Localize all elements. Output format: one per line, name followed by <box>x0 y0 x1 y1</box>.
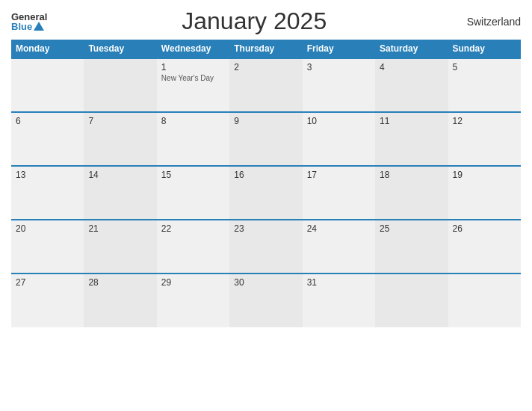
calendar-cell: 16 <box>229 166 302 220</box>
calendar-cell: 4 <box>375 58 448 112</box>
calendar-cell: 6 <box>11 112 84 166</box>
col-friday: Friday <box>303 40 375 58</box>
day-number: 22 <box>161 223 225 234</box>
logo: General Blue <box>11 12 47 31</box>
calendar-cell: 19 <box>448 166 521 220</box>
day-number: 19 <box>453 170 516 180</box>
calendar-cell: 10 <box>303 112 375 166</box>
calendar-cell: 3 <box>303 58 375 112</box>
col-sunday: Sunday <box>448 40 521 58</box>
day-number: 16 <box>234 170 297 180</box>
day-number: 20 <box>16 223 79 234</box>
day-number: 2 <box>234 62 297 72</box>
calendar-cell: 1New Year's Day <box>157 58 229 112</box>
calendar-cell: 20 <box>11 220 84 274</box>
day-number: 8 <box>161 116 225 126</box>
calendar-week-row: 20212223242526 <box>11 220 521 274</box>
day-number: 4 <box>380 62 443 72</box>
col-thursday: Thursday <box>229 40 302 58</box>
calendar-week-row: 2728293031 <box>11 274 521 327</box>
calendar-week-row: 6789101112 <box>11 112 521 166</box>
calendar-cell: 7 <box>84 112 156 166</box>
calendar-cell: 23 <box>229 220 302 274</box>
calendar-table: Monday Tuesday Wednesday Thursday Friday… <box>11 40 521 327</box>
calendar-cell: 26 <box>448 220 521 274</box>
day-number: 23 <box>234 223 297 234</box>
day-number: 18 <box>380 170 443 180</box>
day-number: 9 <box>234 116 297 126</box>
calendar-cell: 29 <box>157 274 229 327</box>
calendar-cell: 14 <box>84 166 156 220</box>
calendar-cell: 30 <box>229 274 302 327</box>
calendar-cell: 9 <box>229 112 302 166</box>
calendar-cell <box>375 274 448 327</box>
calendar-cell: 2 <box>229 58 302 112</box>
calendar-cell: 11 <box>375 112 448 166</box>
day-number: 5 <box>453 62 516 72</box>
day-number: 6 <box>16 116 79 126</box>
logo-general-text: General <box>11 12 47 22</box>
calendar-cell: 15 <box>157 166 229 220</box>
calendar-header: General Blue January 2025 Switzerland <box>11 7 521 35</box>
logo-blue-text: Blue <box>11 22 32 31</box>
calendar-cell: 27 <box>11 274 84 327</box>
calendar-cell <box>448 274 521 327</box>
calendar-header-row: Monday Tuesday Wednesday Thursday Friday… <box>11 40 521 58</box>
calendar-cell: 22 <box>157 220 229 274</box>
day-number: 3 <box>307 62 371 72</box>
calendar-cell: 8 <box>157 112 229 166</box>
month-title: January 2025 <box>47 7 461 35</box>
day-number: 25 <box>380 223 443 234</box>
logo-triangle-icon <box>34 22 44 31</box>
country-label: Switzerland <box>461 16 521 28</box>
calendar-cell: 24 <box>303 220 375 274</box>
calendar-cell: 18 <box>375 166 448 220</box>
day-number: 13 <box>16 170 79 180</box>
day-number: 28 <box>88 277 152 288</box>
day-number: 7 <box>88 116 152 126</box>
col-wednesday: Wednesday <box>157 40 229 58</box>
calendar-cell: 21 <box>84 220 156 274</box>
day-number: 17 <box>307 170 371 180</box>
calendar-container: General Blue January 2025 Switzerland Mo… <box>0 0 532 411</box>
day-number: 1 <box>161 62 225 72</box>
days-of-week-row: Monday Tuesday Wednesday Thursday Friday… <box>11 40 521 58</box>
day-number: 15 <box>161 170 225 180</box>
day-number: 27 <box>16 277 79 288</box>
calendar-cell: 5 <box>448 58 521 112</box>
day-number: 29 <box>161 277 225 288</box>
calendar-cell: 25 <box>375 220 448 274</box>
calendar-cell: 17 <box>303 166 375 220</box>
day-number: 24 <box>307 223 371 234</box>
day-number: 12 <box>453 116 516 126</box>
calendar-body: 1New Year's Day2345678910111213141516171… <box>11 58 521 327</box>
holiday-label: New Year's Day <box>161 74 225 82</box>
day-number: 10 <box>307 116 371 126</box>
col-saturday: Saturday <box>375 40 448 58</box>
col-tuesday: Tuesday <box>84 40 156 58</box>
calendar-cell: 12 <box>448 112 521 166</box>
day-number: 21 <box>88 223 152 234</box>
day-number: 14 <box>88 170 152 180</box>
calendar-cell <box>84 58 156 112</box>
day-number: 26 <box>453 223 516 234</box>
calendar-cell: 13 <box>11 166 84 220</box>
calendar-cell: 28 <box>84 274 156 327</box>
calendar-cell <box>11 58 84 112</box>
day-number: 11 <box>380 116 443 126</box>
day-number: 31 <box>307 277 371 288</box>
calendar-week-row: 13141516171819 <box>11 166 521 220</box>
day-number: 30 <box>234 277 297 288</box>
calendar-cell: 31 <box>303 274 375 327</box>
col-monday: Monday <box>11 40 84 58</box>
calendar-week-row: 1New Year's Day2345 <box>11 58 521 112</box>
